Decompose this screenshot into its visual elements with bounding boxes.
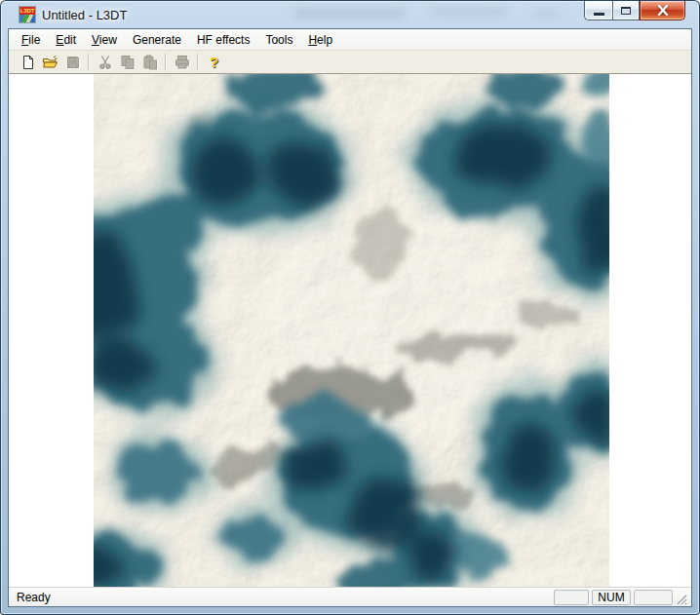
close-button[interactable]: [640, 1, 685, 20]
toolbar-separator: [197, 54, 199, 70]
close-icon: [657, 5, 669, 16]
print-button[interactable]: [171, 52, 193, 72]
paste-button[interactable]: [138, 52, 161, 72]
document-area: [9, 74, 691, 587]
menu-tools[interactable]: Tools: [257, 30, 300, 50]
window-client-shell: File Edit View Generate HF effects Tools…: [8, 28, 692, 607]
status-message: Ready: [17, 591, 551, 604]
caption-button-group: [584, 1, 685, 20]
menu-view[interactable]: View: [84, 30, 125, 50]
app-icon[interactable]: L3DT: [19, 7, 35, 22]
window-title: Untitled - L3DT: [42, 8, 127, 22]
minimize-button[interactable]: [584, 1, 612, 20]
num-lock-indicator: NUM: [592, 590, 631, 605]
menu-generate[interactable]: Generate: [125, 30, 189, 50]
terrain-map-viewport[interactable]: [94, 74, 609, 587]
maximize-icon: [621, 7, 631, 15]
new-button[interactable]: [17, 52, 39, 72]
cut-icon: [97, 55, 113, 70]
app-window: L3DT Untitled - L3DT File Edit View Gene: [0, 0, 700, 615]
help-icon: ?: [210, 55, 218, 69]
glass-reflection: [293, 9, 406, 19]
open-button[interactable]: [39, 52, 61, 72]
cut-button[interactable]: [94, 52, 116, 72]
toolbar-separator: [88, 54, 90, 70]
glass-reflection: [430, 8, 508, 17]
titlebar[interactable]: L3DT Untitled - L3DT: [1, 1, 699, 28]
menubar: File Edit View Generate HF effects Tools…: [9, 29, 691, 51]
new-document-icon: [20, 55, 36, 70]
app-icon-terrain: [19, 15, 35, 22]
statusbar: Ready NUM: [9, 587, 691, 606]
open-folder-icon: [42, 55, 58, 70]
menu-help[interactable]: Help: [300, 30, 340, 50]
save-button[interactable]: [61, 52, 84, 72]
menu-file[interactable]: File: [14, 30, 48, 50]
help-button[interactable]: ?: [203, 52, 225, 72]
maximize-button[interactable]: [612, 1, 640, 20]
print-icon: [175, 55, 190, 70]
glass-reflection: [532, 10, 560, 18]
copy-button[interactable]: [116, 52, 138, 72]
paste-icon: [142, 55, 158, 70]
toolbar-separator: [165, 54, 167, 70]
app-icon-label: L3DT: [19, 7, 35, 15]
menu-hf-effects[interactable]: HF effects: [189, 30, 257, 50]
copy-icon: [120, 55, 136, 70]
status-pane-right: [634, 590, 673, 605]
save-icon: [65, 55, 81, 70]
menu-edit[interactable]: Edit: [48, 30, 84, 50]
minimize-icon: [594, 13, 604, 16]
toolbar: ?: [9, 51, 691, 74]
resize-grip[interactable]: [675, 591, 688, 606]
status-pane-left: [554, 590, 589, 605]
